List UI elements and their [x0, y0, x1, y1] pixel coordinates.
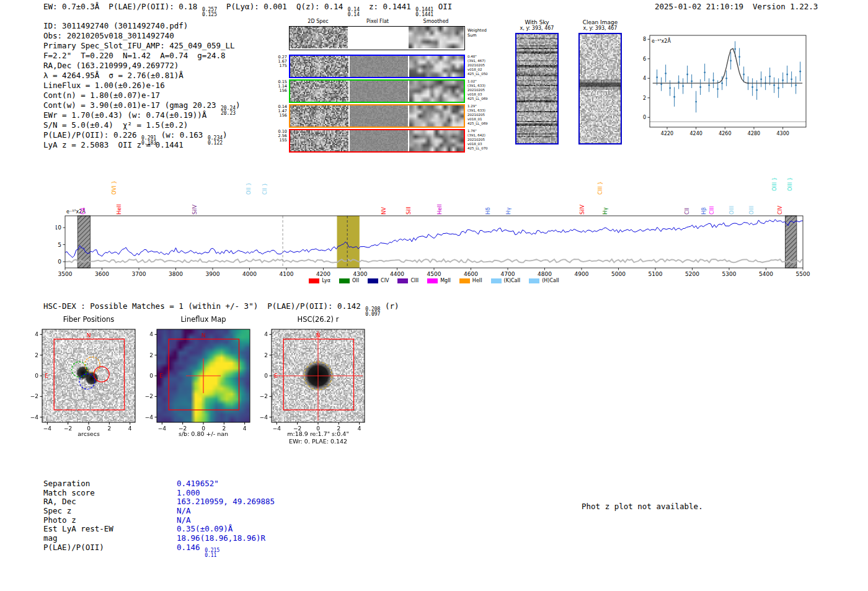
legend-label: (H)CaII: [542, 278, 559, 283]
legend-swatch: [368, 278, 378, 283]
spec2d-row-right-label: 1.02"(391, 633)20210205v018_03425_LL_069: [467, 79, 494, 101]
text-run: ): [223, 130, 228, 140]
spec2d-weighted-strip: [289, 26, 465, 50]
svg-text:4700: 4700: [501, 271, 515, 277]
match-table-row: Separation0.419652": [43, 479, 275, 488]
info-line: Cont(n) = 1.80(±0.07)e-17: [43, 91, 241, 100]
text-run: Cont(n) = 1.80(±0.07)e-17: [43, 91, 160, 100]
text-run: 0.146: [177, 543, 205, 552]
svg-text:5200: 5200: [685, 271, 699, 277]
info-line: F=2.2" T=0.220 N=1.42 A=0.74 g=24.8: [43, 51, 241, 61]
emission-line-label: OVI }: [111, 180, 117, 195]
svg-text:4: 4: [128, 425, 132, 432]
header-summary: EW: 0.7±0.3Å P(LAE)/P(OII): 0.18 0.2570.…: [43, 2, 452, 17]
svg-text:4900: 4900: [575, 271, 589, 277]
svg-text:3800: 3800: [169, 271, 183, 277]
spec2d-row-smoothed: [409, 105, 464, 127]
legend-item: (H)CaII: [529, 278, 559, 283]
emission-line-label: OII }: [246, 182, 252, 195]
emission-line-label: HeII: [116, 204, 122, 215]
with-sky-coords: x, y: 393, 467: [513, 25, 560, 31]
fiber_positions-title: Fiber Positions: [63, 315, 115, 324]
svg-text:2: 2: [643, 96, 646, 101]
match-field-label: Spec z: [43, 506, 177, 515]
svg-text:6: 6: [643, 56, 646, 62]
emission-line-label: CII: [684, 208, 690, 215]
text-run: N/A: [177, 515, 191, 525]
info-line: Primary Spec_Slot_IFU_AMP: 425_049_059_L…: [43, 41, 241, 51]
lineflux_map-title: Lineflux Map: [180, 315, 226, 324]
match-field-value: 1.000: [177, 488, 200, 497]
match-table: Separation0.419652"Match score1.000RA, D…: [43, 479, 275, 552]
svg-text:2: 2: [107, 425, 111, 432]
svg-text:−4: −4: [158, 425, 167, 432]
spec2d-row-left-label: 0.102.56155: [275, 130, 287, 143]
emission-line-label: Hδ: [485, 207, 491, 215]
with-sky-image: [516, 34, 557, 143]
hsc_r-xlabel2: EWr: 0. PLAE: 0.142: [289, 438, 347, 445]
svg-text:5000: 5000: [611, 271, 626, 277]
text-run: z: 0.1441: [360, 2, 415, 11]
spec2d-fiber-row: [289, 55, 465, 78]
legend-label: CIII: [410, 278, 418, 283]
info-line: EWr = 1.70(±0.43) (w: 0.74(±0.19))Å: [43, 110, 241, 120]
svg-text:−4: −4: [145, 414, 154, 420]
elixer-detection-report: EW: 0.7±0.3Å P(LAE)/P(OII): 0.18 0.2570.…: [0, 0, 868, 591]
fiber_positions-xlabel: arcsecs: [78, 430, 100, 437]
svg-text:−4: −4: [43, 425, 52, 432]
with-sky-image-frame: [515, 33, 559, 144]
svg-text:4: 4: [35, 331, 38, 337]
match-field-label: Est LyA rest-EW: [43, 524, 177, 533]
text-run: λ = 4264.95Å σ = 2.76(±0.81)Å: [43, 71, 184, 80]
spectrum-legend: LyαOIICIVCIIIMgIIHeII(K)CaII(H)CaII: [65, 278, 803, 283]
legend-swatch: [459, 278, 470, 283]
match-field-label: Separation: [43, 479, 177, 488]
svg-text:−2: −2: [260, 393, 268, 399]
info-line: S/N = 5.0(±0.4) χ² = 1.5(±0.2): [43, 120, 241, 130]
emission-line-label: SiII: [405, 207, 412, 215]
stacked-uncertainty: 0.2150.11: [205, 548, 219, 558]
clean-image-frame: [578, 33, 622, 144]
lineflux_map-xlabel: s/b: 0.80 +/- nan: [179, 430, 228, 437]
sky-noise-line: [65, 259, 802, 263]
match-field-label: Match score: [43, 488, 177, 497]
svg-text:0: 0: [643, 115, 646, 120]
legend-item: CIII: [397, 278, 418, 283]
emission-line-label: CII }: [262, 183, 268, 195]
stacked-uncertainty: 0.140.14: [348, 7, 360, 17]
ifu-footprint-box: [169, 339, 239, 410]
emission-line-label: Hγ: [602, 208, 608, 215]
fiber-circle: [102, 393, 117, 409]
spec2d-row-right-label: 1.76"(391, 642)20210205v018_03425_LL_070: [467, 129, 494, 151]
svg-text:4240: 4240: [689, 131, 702, 136]
svg-text:2: 2: [149, 352, 153, 358]
legend-swatch: [427, 278, 438, 283]
photz-note: Phot z plot not available.: [582, 502, 703, 511]
legend-item: CIV: [368, 278, 389, 283]
spec2d-row-left-label: 0.271.67175: [275, 55, 287, 69]
svg-text:5: 5: [58, 242, 61, 248]
match-field-label: RA, Dec: [43, 497, 177, 506]
line-fit-plot: 4220424042604280430002468e⁻¹⁷x2Å: [639, 28, 825, 140]
compass-north-label: N: [202, 332, 206, 339]
spec2d-row-2d-image: [290, 81, 348, 102]
compass-north-label: N: [87, 332, 91, 339]
fiber-circle: [62, 399, 78, 414]
text-run: F=2.2" T=0.220 N=1.42 A=0.74 g=24.8: [43, 51, 226, 60]
full-spectrum-plot: 3500360037003800390040004100420043004400…: [56, 162, 825, 287]
spec2d-row-2d-image: [290, 56, 348, 77]
hsc_r-title: HSC(26.2) r: [298, 315, 339, 324]
legend-item: Lyα: [309, 278, 330, 283]
header-datetime-version: 2025-01-02 21:10:19 Version 1.22.3: [655, 2, 818, 11]
emission-line-label: HeII: [436, 204, 443, 215]
emission-line-label: OIII: [728, 206, 735, 215]
text-run: P(Lyα): 0.001 Q(z): 0.14: [217, 2, 348, 11]
legend-label: (K)CaII: [504, 278, 521, 283]
clean-image-coords: x, y: 393, 467: [577, 25, 624, 31]
svg-text:−2: −2: [30, 393, 38, 399]
ifu-footprint-box: [283, 339, 353, 410]
text-run: 0.35(±0.09)Å: [177, 524, 232, 533]
spec2d-row-smoothed: [409, 81, 464, 102]
svg-text:5300: 5300: [722, 271, 737, 277]
text-run: EW: 0.7±0.3Å P(LAE)/P(OII): 0.18: [43, 2, 202, 11]
